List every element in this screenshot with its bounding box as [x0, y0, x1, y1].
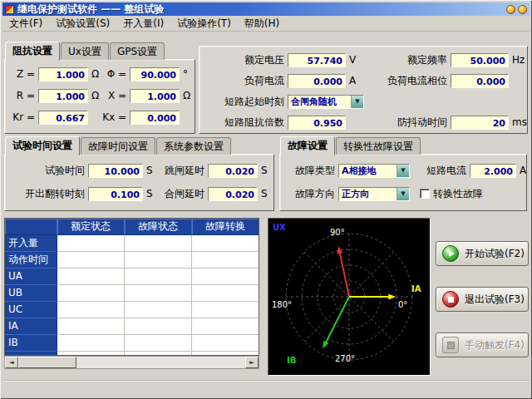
tab-convertible-fault-settings[interactable]: 转换性故障设置 — [336, 137, 421, 155]
close-delay-label: 合闸延时 — [158, 187, 204, 201]
timing-panel: 试验时间 10.000 S 跳闸延时 0.020 S 开出翻转时刻 0.100 … — [4, 154, 274, 211]
kx-input[interactable]: 0.000 — [130, 111, 180, 125]
deg-270-label: 270° — [335, 354, 355, 363]
table-row: IB — [5, 335, 259, 352]
test-time-input[interactable]: 10.000 — [88, 164, 143, 178]
z-input[interactable]: 1.000 — [38, 67, 88, 81]
table-cell[interactable] — [192, 285, 259, 302]
anti-shake-label: 防抖动时间 — [372, 116, 447, 130]
close-button[interactable] — [518, 5, 527, 14]
table-row: UA — [5, 268, 259, 285]
table-cell[interactable] — [125, 335, 192, 352]
fault-direction-select[interactable]: 正方向 ▼ — [338, 187, 410, 201]
convertible-fault-checkbox[interactable] — [420, 189, 430, 199]
table-cell[interactable] — [192, 302, 259, 318]
titlebar-buttons — [506, 5, 527, 14]
chevron-down-icon[interactable]: ▼ — [397, 165, 409, 177]
exit-test-button[interactable]: 退出试验(F3) — [436, 287, 529, 312]
table-row: 动作时间 — [5, 252, 259, 268]
table-cell[interactable] — [125, 285, 192, 302]
table-cell[interactable] — [192, 235, 259, 252]
table-header-cell: 故障转换 — [192, 219, 259, 235]
kr-input[interactable]: 0.667 — [38, 111, 88, 125]
table-cell[interactable] — [57, 268, 125, 285]
table-cell[interactable] — [57, 235, 125, 252]
app-window: 继电保护测试软件 —— 整组试验 文件(F) 试验设置(S) 开入量(I) 试验… — [0, 0, 532, 399]
menu-file[interactable]: 文件(F) — [2, 16, 49, 32]
chevron-down-icon[interactable]: ▼ — [351, 96, 363, 108]
kx-label: Kx = — [101, 111, 126, 123]
short-circuit-current-input[interactable]: 2.000 — [470, 164, 516, 178]
row-label: IB — [5, 335, 57, 352]
impedance-multiple-input[interactable]: 0.950 — [288, 116, 346, 130]
fault-direction-value: 正方向 — [339, 188, 397, 200]
r-input[interactable]: 1.000 — [38, 89, 88, 103]
table-cell[interactable] — [192, 268, 259, 285]
output-flip-input[interactable]: 0.100 — [88, 187, 143, 201]
tab-fault-time-settings[interactable]: 故障时间设置 — [81, 137, 155, 155]
tab-system-param-settings[interactable]: 系统参数设置 — [156, 137, 231, 155]
start-test-button[interactable]: 开始试验(F2) — [436, 241, 529, 266]
anti-shake-input[interactable]: 20 — [451, 116, 509, 130]
deg-90-label: 90° — [330, 228, 345, 237]
table-cell[interactable] — [125, 268, 192, 285]
table-cell[interactable] — [192, 318, 259, 335]
table-cell[interactable] — [57, 318, 125, 335]
manual-trigger-button[interactable]: 手动触发(F4) — [436, 332, 529, 357]
scrollbar-track[interactable] — [18, 357, 245, 368]
row-label: UA — [5, 268, 57, 285]
close-delay-input[interactable]: 0.020 — [208, 187, 258, 201]
scroll-left-button[interactable]: ◄ — [5, 357, 18, 368]
menu-test-operation[interactable]: 试验操作(T) — [170, 16, 238, 32]
row-label: UC — [5, 302, 57, 318]
x-input[interactable]: 1.000 — [130, 89, 180, 103]
rated-frequency-label: 额定频率 — [372, 53, 447, 67]
rated-frequency-input[interactable]: 50.000 — [451, 53, 509, 67]
load-current-phase-input[interactable]: 0.000 — [451, 74, 509, 88]
table-hscrollbar[interactable]: ◄ ► — [4, 356, 259, 369]
start-test-label: 开始试验(F2) — [465, 247, 525, 261]
phasor-panel: 90° 0° 180° 270° UX IA IB — [268, 218, 431, 376]
table-cell[interactable] — [57, 252, 125, 268]
tab-test-time-settings[interactable]: 试验时间设置 — [5, 136, 80, 155]
menu-test-settings[interactable]: 试验设置(S) — [49, 16, 116, 32]
menu-help[interactable]: 帮助(H) — [238, 16, 286, 32]
table-cell[interactable] — [125, 252, 192, 268]
tab-impedance-settings[interactable]: 阻抗设置 — [5, 42, 60, 61]
table-cell[interactable] — [57, 285, 125, 302]
table-cell[interactable] — [125, 318, 192, 335]
load-current-input[interactable]: 0.000 — [288, 74, 346, 88]
fault-type-value: A相接地 — [339, 165, 397, 177]
table-cell[interactable] — [125, 302, 192, 318]
menu-input[interactable]: 开入量(I) — [116, 16, 170, 32]
tab-gps-settings[interactable]: GPS设置 — [110, 42, 165, 60]
tab-fault-settings[interactable]: 故障设置 — [280, 136, 335, 155]
table-cell[interactable] — [125, 235, 192, 252]
menubar: 文件(F) 试验设置(S) 开入量(I) 试验操作(T) 帮助(H) — [2, 17, 530, 32]
row-label: UB — [5, 285, 57, 302]
rated-voltage-input[interactable]: 57.740 — [288, 53, 346, 67]
fault-direction-label: 故障方向 — [288, 187, 335, 201]
table-cell[interactable] — [192, 335, 259, 352]
trip-delay-input[interactable]: 0.020 — [208, 164, 258, 178]
rated-frequency-unit: Hz — [512, 54, 525, 66]
scrollbar-thumb[interactable] — [18, 357, 76, 368]
phi-input[interactable]: 90.000 — [130, 67, 180, 81]
ia-label: IA — [411, 284, 421, 293]
chevron-down-icon[interactable]: ▼ — [397, 188, 409, 200]
short-circuit-start-label: 短路起始时刻 — [204, 95, 284, 109]
fault-type-select[interactable]: A相接地 ▼ — [338, 164, 410, 178]
scroll-right-button[interactable]: ► — [245, 357, 259, 368]
table-cell[interactable] — [57, 302, 125, 318]
ib-label: IB — [287, 356, 296, 365]
x-unit: Ω — [183, 90, 190, 101]
tab-ux-settings[interactable]: Ux设置 — [61, 42, 109, 60]
start-icon — [442, 245, 459, 262]
table-cell[interactable] — [57, 335, 125, 352]
row-label: 开入量 — [5, 235, 57, 252]
load-current-unit: A — [349, 75, 356, 86]
x-label: X = — [101, 90, 126, 101]
minimize-button[interactable] — [506, 5, 515, 14]
table-cell[interactable] — [192, 252, 259, 268]
short-circuit-start-select[interactable]: 合闸角随机 ▼ — [288, 95, 364, 109]
